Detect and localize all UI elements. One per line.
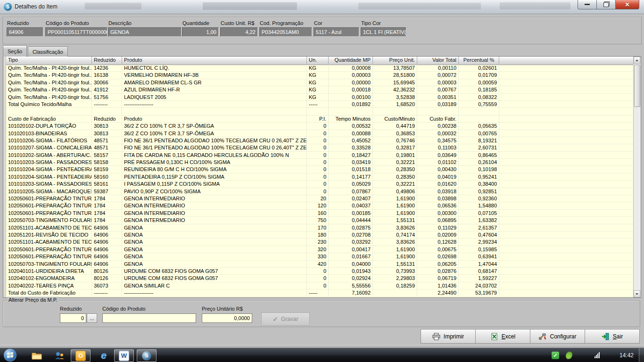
cell-filler [499, 188, 634, 195]
table-row[interactable]: Quím. Tec/Malha - Pl:420-tingir foul...1… [6, 65, 634, 72]
cell: GENOA [122, 231, 307, 238]
restore-button[interactable] [596, 0, 616, 9]
cell: 0,07867 [329, 188, 373, 195]
excel-button[interactable]: Excel [475, 329, 530, 344]
taskbar-explorer[interactable] [27, 349, 46, 361]
column-header[interactable]: Preço Unit. [373, 57, 417, 65]
table-row[interactable]: 102040202-TEARES PINÇA36073GENOA SIMILAR… [6, 282, 634, 289]
column-header[interactable]: Un. [307, 57, 329, 65]
scrollbar-thumb[interactable] [634, 65, 640, 107]
table-row[interactable]: Quím. Tec/Malha - Pl:420-tingir foul...5… [6, 94, 634, 101]
minimize-icon [585, 4, 590, 5]
configurar-button[interactable]: Configurar [530, 329, 585, 344]
cell-filler [499, 159, 634, 165]
taskbar-clock[interactable]: 14:42 [619, 352, 634, 359]
header-field: Código do ProdutoPP0001105117TT0000000 [45, 17, 107, 44]
vertical-scrollbar[interactable] [633, 57, 641, 297]
table-row[interactable]: 101010204-SIGMA - PENTEADEIRAS58159REUNI… [6, 166, 634, 173]
table-row[interactable]: Quím. Tec/Malha - Pl:420-tingir foul...1… [6, 72, 634, 79]
table-row[interactable]: 102040101-URDIDEIRA DIRETA80126URDUME CO… [6, 268, 634, 275]
cell: 0,02407 [329, 195, 373, 202]
cell: 102051201-REVISÃO DE TECIDO [6, 231, 92, 238]
table-row[interactable]: 102051201-REVISÃO DE TECIDO64906GENOA180… [6, 231, 634, 239]
gravar-label: Gravar [281, 316, 298, 322]
table-row[interactable]: 101020103-BINADEIRAS3081336/2 Z CO 100% … [6, 130, 634, 137]
taskbar-word[interactable]: W [114, 349, 134, 362]
column-header[interactable]: Produto [122, 57, 307, 65]
cell: 0,28350 [373, 173, 417, 180]
cell: GENOA INTERMEDIARIO [122, 210, 307, 216]
column-header[interactable]: Valor Total [417, 57, 459, 65]
sair-button[interactable]: Sair [585, 329, 640, 344]
cell: 2,60731 [459, 144, 499, 151]
show-desktop-button[interactable] [639, 348, 644, 362]
table-row[interactable]: 102050601-PREPARAÇÃO TINTUR...1784GENOA … [6, 195, 634, 202]
table-row[interactable]: 101010203-SIGMA - PASSADORES58161I PASSA… [6, 181, 634, 188]
table-row[interactable]: Total Químico Tecido/Malha--------------… [6, 101, 634, 108]
table-row[interactable]: 102050703-TINGIMENTO FOULARD64906GENOA42… [6, 261, 634, 268]
table-row[interactable]: Quím. Tec/Malha - Pl:420-tingir foul...4… [6, 86, 634, 93]
network-signal-icon[interactable] [594, 352, 600, 358]
table-row[interactable]: 101020102-DUPLA TORÇÃO3081336/2 Z CO 100… [6, 123, 634, 130]
taskbar-sgt-app[interactable]: S [137, 349, 157, 362]
cell: 51756 [92, 94, 122, 100]
cell-filler [499, 261, 634, 267]
table-row[interactable]: 101010205-SIGMA - MACAROQUEI...59387PAVI… [6, 188, 634, 195]
updater-tray-icon[interactable]: ✓ [552, 352, 559, 359]
cell: 101020102-DUPLA TORÇÃO [6, 123, 92, 129]
table-row[interactable]: Quím. Tec/Malha - Pl:420-tingir foul...3… [6, 79, 634, 86]
hidden-icons-button[interactable] [537, 354, 541, 362]
table-row[interactable]: 102050601-PREPARAÇÃO TINTUR...64906GENOA… [6, 246, 634, 253]
table-row[interactable]: 102050601-PREPARAÇÃO TINTUR...1784GENOA … [6, 202, 634, 209]
cell: 101010204-SIGMA - PENTEADEIRAS [6, 173, 92, 180]
tab-classificacao[interactable]: Classificação [28, 46, 68, 57]
column-header[interactable]: Percentual % [459, 57, 499, 65]
imprimir-button[interactable]: Imprimir [421, 329, 476, 344]
table-row[interactable]: 101010203-SIGMA - PASSADORES58158PRÉ PAS… [6, 159, 634, 166]
cell: 59387 [92, 188, 122, 195]
codigo-produto-input[interactable] [102, 313, 196, 323]
table-row[interactable]: 101010206-SIGMA - FILATÓRIOS48571FIO NE … [6, 137, 634, 144]
cell: 102050703-TINGIMENTO FOULARD [6, 261, 92, 267]
cell: 0 [307, 188, 329, 195]
scroll-up-button[interactable] [634, 57, 640, 64]
audio-tray-icon[interactable] [566, 352, 572, 359]
cell-filler [499, 65, 634, 71]
tab-secao[interactable]: Seção [3, 45, 27, 57]
column-header[interactable]: Quantidade MP [329, 57, 373, 65]
start-orb[interactable] [4, 349, 17, 362]
gravar-button[interactable]: Gravar [261, 313, 310, 326]
cell: 0,03292 [329, 239, 373, 245]
scroll-down-button[interactable] [634, 290, 640, 297]
reduzido-input[interactable] [60, 313, 86, 323]
taskbar-internet-explorer[interactable]: e [94, 349, 113, 361]
column-header[interactable]: Tipo [6, 57, 92, 65]
table-row[interactable]: Total do Custo de Fabricação------------… [6, 289, 634, 296]
cell: 0,01667 [329, 253, 373, 260]
table-row[interactable]: 101010202-SIGMA - ABERTURA/C...58157FITA… [6, 152, 634, 159]
table-row[interactable] [6, 108, 634, 115]
cell [373, 289, 417, 296]
section-header-row[interactable]: Custo de FabricaçãoReduzidoProdutoP.I.Te… [6, 115, 634, 123]
preco-unitario-input[interactable] [202, 313, 252, 323]
table-row[interactable]: 101010204-SIGMA - PENTEADEIRAS58160PENTE… [6, 173, 634, 181]
cell: 30066 [92, 79, 122, 86]
cell [373, 108, 417, 115]
table-row[interactable]: 102050703-TINGIMENTO FOULARD1784GENOA IN… [6, 217, 634, 224]
group-title: Alterar Preço da M.P. [7, 297, 59, 303]
table-row[interactable]: 102051101-ACABAMENTO DE TEC...64906GENOA… [6, 239, 634, 246]
taskbar-outlook[interactable]: O [71, 349, 91, 362]
table-row[interactable]: 102051101-ACABAMENTO DE TEC...64906GENOA… [6, 224, 634, 231]
close-button[interactable]: ✕ [615, 0, 639, 9]
column-header[interactable]: Reduzido [92, 57, 122, 65]
table-row[interactable]: 102050601-PREPARAÇÃO TINTUR...64906GENOA… [6, 253, 634, 260]
cell: ----------------- [122, 289, 307, 296]
close-icon: ✕ [625, 2, 629, 8]
browse-button[interactable]: ... [87, 313, 97, 323]
taskbar-contacts[interactable] [50, 349, 69, 361]
minimize-button[interactable] [578, 0, 597, 9]
table-row[interactable]: 101010207-SIGMA - CONICALEIRAS48571FIO N… [6, 144, 634, 151]
table-row[interactable]: 102050601-PREPARAÇÃO TINTUR...1784GENOA … [6, 210, 634, 217]
cell: 0,49806 [373, 188, 417, 195]
table-row[interactable]: 102040102-ENGOMADEIRA80126URDUME COM 683… [6, 275, 634, 282]
